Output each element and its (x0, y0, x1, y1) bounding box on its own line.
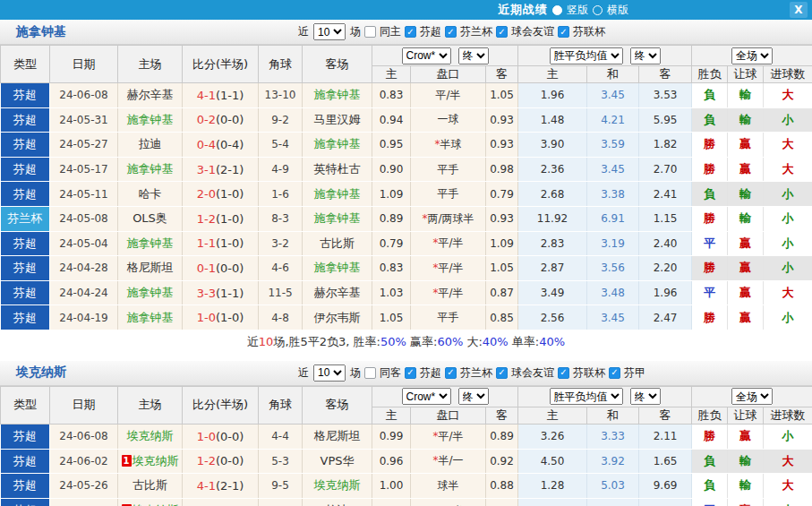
match-result-cell: 負 (692, 107, 728, 133)
league-checkbox-2[interactable]: ✓ (496, 367, 508, 379)
euro-away-odds: 1.65 (639, 449, 692, 474)
euro-draw-odds: 3.38 (587, 182, 639, 207)
halftime-score: (1-1) (216, 89, 244, 102)
league-checkbox-2[interactable]: ✓ (496, 26, 508, 38)
team-section-bar: 施拿钟基近10场同主✓芬超✓芬兰杯✓球会友谊✓芬联杯 (0, 20, 812, 45)
league-cell: 芬超 (1, 449, 50, 474)
summary-segment: 40% (483, 335, 509, 348)
header-select-0-1[interactable]: 终 (458, 47, 489, 64)
asian-handicap-line: *平/半 (411, 424, 486, 449)
team-label: 格尼斯坦 (314, 429, 361, 442)
league-checkbox-label[interactable]: 芬联杯 (573, 24, 605, 39)
fulltime-score: 4-1 (197, 479, 216, 493)
match-result-cell: 勝 (692, 305, 728, 330)
header-select-2-0[interactable]: 全场 (731, 47, 773, 64)
league-checkbox-label[interactable]: 芬兰杯 (460, 24, 492, 39)
asian-away-odds: 1.05 (486, 256, 518, 281)
halftime-score: (0-0) (216, 430, 244, 443)
league-checkbox-0[interactable]: ✓ (405, 367, 416, 379)
col-header-1: 日期 (50, 386, 118, 424)
col-header-5: 客场 (303, 386, 372, 424)
subcol-header-2-2: 进球数 (764, 407, 812, 424)
header-select-1-1[interactable]: 终 (630, 388, 661, 405)
euro-away-odds: 5.95 (639, 107, 692, 133)
team-label: 古比斯 (320, 236, 355, 250)
home-team-cell: 施拿钟基 (118, 157, 183, 182)
same-venue-checkbox[interactable] (364, 26, 376, 38)
league-checkbox-1[interactable]: ✓ (445, 367, 457, 379)
euro-away-odds: 2.70 (639, 157, 692, 182)
date-cell: 24-05-19 (50, 498, 118, 506)
corners-cell: 11-5 (259, 280, 303, 305)
radio-vertical-layout[interactable] (552, 5, 562, 15)
same-venue-label[interactable]: 同客 (380, 365, 401, 381)
league-checkbox-3[interactable]: ✓ (558, 26, 569, 38)
header-select-0-1[interactable]: 终 (458, 388, 489, 405)
asian-home-odds: 1.03 (372, 280, 411, 305)
league-checkbox-label[interactable]: 芬超 (420, 365, 441, 381)
summary-segment: 40% (539, 335, 565, 348)
header-select-1-1[interactable]: 终 (630, 47, 661, 64)
euro-draw-odds: 3.45 (587, 83, 639, 108)
league-checkbox-4[interactable]: ✓ (609, 367, 620, 379)
near-label: 近 (298, 24, 309, 39)
league-checkbox-label[interactable]: 球会友谊 (511, 24, 554, 39)
away-team-cell: 拉迪 (303, 498, 372, 506)
team-label: 施拿钟基 (314, 137, 361, 150)
league-checkbox-0[interactable]: ✓ (405, 26, 416, 38)
asian-handicap-line: *平/半 (411, 256, 486, 281)
col-header-0: 类型 (1, 386, 50, 424)
away-team-cell: 施拿钟基 (303, 83, 372, 108)
match-result-cell: 平 (692, 498, 728, 506)
handicap-result-cell: 輸 (728, 182, 764, 207)
close-icon[interactable]: X (790, 2, 808, 18)
asian-home-odds: 0.96 (372, 449, 411, 474)
home-team-cell: 拉迪 (118, 133, 183, 158)
league-checkbox-3[interactable]: ✓ (558, 367, 569, 379)
asian-home-odds: 1.05 (372, 305, 411, 330)
league-checkbox-1[interactable]: ✓ (445, 26, 457, 38)
header-select-0-0[interactable]: Crow* (402, 388, 451, 405)
radio-horizontal-layout[interactable] (593, 5, 603, 15)
table-row: 芬超24-04-24施拿钟基3-3(1-1)11-5赫尔辛基1.03*平/半0.… (1, 280, 812, 305)
team-label: 赫尔辛基 (314, 286, 361, 299)
radio-horizontal-label[interactable]: 横版 (607, 3, 628, 18)
league-checkbox-label[interactable]: 芬超 (420, 24, 441, 39)
euro-away-odds: 3.53 (639, 83, 692, 108)
header-row-dropdowns: 类型日期主场比分(半场)角球客场Crow*终胜平负均值终全场 (1, 46, 812, 66)
subcol-header-2-2: 进球数 (764, 66, 812, 83)
subcol-header-2-1: 让球 (728, 407, 764, 424)
radio-vertical-label[interactable]: 竖版 (567, 3, 588, 18)
league-checkbox-label[interactable]: 芬联杯 (573, 365, 605, 381)
match-result-cell: 負 (692, 182, 728, 207)
euro-home-odds: 1.28 (518, 474, 587, 499)
halftime-score: (2-1) (216, 163, 244, 176)
asian-away-odds: 0.79 (486, 182, 518, 207)
header-select-2-0[interactable]: 全场 (731, 388, 773, 405)
header-select-1-0[interactable]: 胜平负均值 (550, 388, 623, 405)
dialog-title: 近期战绩 (498, 2, 548, 18)
corners-cell: 5-4 (259, 133, 303, 158)
team-section-bar: 埃克纳斯近10场同客✓芬超✓芬兰杯✓球会友谊✓芬联杯✓芬甲 (0, 361, 812, 386)
header-select-1-0[interactable]: 胜平负均值 (550, 47, 623, 64)
match-count-select[interactable]: 10 (313, 364, 346, 382)
asian-home-odds: 0.83 (372, 83, 411, 108)
away-team-cell: 英特杜古 (303, 157, 372, 182)
league-checkbox-label[interactable]: 芬甲 (624, 365, 645, 381)
date-cell: 24-05-08 (50, 206, 118, 231)
team-label: 埃克纳斯 (132, 454, 179, 467)
header-select-0-0[interactable]: Crow* (402, 47, 451, 64)
euro-away-odds: 2.41 (639, 182, 692, 207)
asian-home-odds: 0.89 (372, 206, 411, 231)
match-count-select[interactable]: 10 (313, 23, 346, 40)
table-row: 芬超24-05-31施拿钟基0-2(0-0)9-2马里汉姆0.94一球0.931… (1, 107, 812, 133)
same-venue-label[interactable]: 同主 (380, 24, 401, 39)
league-checkbox-label[interactable]: 球会友谊 (511, 365, 554, 381)
home-team-cell: 施拿钟基 (118, 231, 183, 256)
halftime-score: (1-1) (216, 287, 244, 300)
asian-home-odds: 0.88 (372, 498, 411, 506)
asian-away-odds: 0.93 (486, 107, 518, 133)
same-venue-checkbox[interactable] (364, 367, 376, 379)
table-row: 芬超24-05-04施拿钟基1-1(1-0)3-2古比斯0.79*平/半1.09… (1, 231, 812, 256)
league-checkbox-label[interactable]: 芬兰杯 (460, 365, 492, 381)
